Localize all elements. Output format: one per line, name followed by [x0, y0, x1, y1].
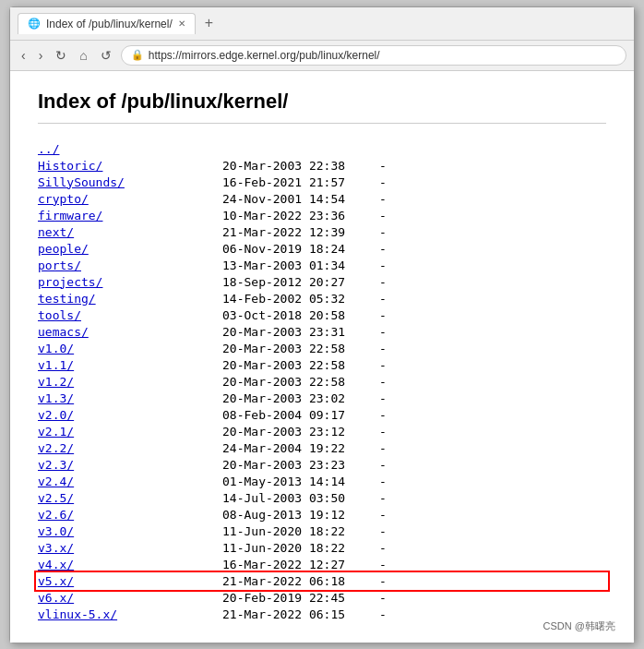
- file-date: 20-Mar-2003 22:58: [222, 342, 370, 355]
- file-link[interactable]: v2.5/: [38, 491, 204, 505]
- file-date: 01-May-2013 14:14: [222, 475, 370, 488]
- url-display: https://mirrors.edge.kernel.org/pub/linu…: [149, 49, 616, 62]
- file-link[interactable]: uemacs/: [38, 325, 204, 339]
- file-date: 08-Aug-2013 19:12: [222, 508, 370, 522]
- file-link[interactable]: v2.6/: [38, 508, 204, 522]
- file-date: 24-Mar-2004 19:22: [222, 441, 370, 455]
- file-date: 08-Feb-2004 09:17: [222, 408, 370, 422]
- page-title: Index of /pub/linux/kernel/: [38, 90, 606, 124]
- file-date: 21-Mar-2022 12:39: [222, 225, 370, 239]
- file-size: -: [379, 159, 387, 173]
- file-link[interactable]: v3.x/: [38, 541, 204, 555]
- list-item: v2.1/20-Mar-2003 23:12-: [38, 425, 606, 439]
- file-link[interactable]: next/: [38, 225, 204, 239]
- list-item: v1.1/20-Mar-2003 22:58-: [38, 358, 606, 372]
- nav-bar: ‹ › ↻ ⌂ ↺ 🔒 https://mirrors.edge.kernel.…: [10, 41, 634, 71]
- file-link[interactable]: ../: [38, 142, 204, 156]
- file-link[interactable]: v3.0/: [38, 524, 204, 538]
- file-link[interactable]: people/: [38, 242, 204, 256]
- tab-close-button[interactable]: ✕: [178, 18, 185, 29]
- file-link[interactable]: v4.x/: [38, 558, 204, 571]
- history-button[interactable]: ↺: [97, 46, 115, 65]
- file-size: -: [379, 308, 387, 322]
- file-date: 20-Mar-2003 23:31: [222, 325, 370, 339]
- file-link[interactable]: projects/: [38, 275, 204, 289]
- file-size: -: [379, 258, 387, 272]
- file-link[interactable]: SillySounds/: [38, 175, 204, 189]
- file-size: -: [379, 242, 387, 256]
- new-tab-button[interactable]: +: [201, 15, 217, 31]
- file-link[interactable]: ports/: [38, 258, 204, 272]
- list-item: Historic/20-Mar-2003 22:38-: [38, 159, 606, 173]
- file-date: 21-Mar-2022 06:15: [222, 607, 370, 621]
- list-item: SillySounds/16-Feb-2021 21:57-: [38, 175, 606, 189]
- back-button[interactable]: ‹: [18, 46, 30, 65]
- list-item: v1.2/20-Mar-2003 22:58-: [38, 375, 606, 389]
- file-date: 20-Mar-2003 23:02: [222, 391, 370, 405]
- file-date: 18-Sep-2012 20:27: [222, 275, 370, 289]
- address-bar[interactable]: 🔒 https://mirrors.edge.kernel.org/pub/li…: [121, 45, 626, 66]
- file-link[interactable]: v2.4/: [38, 475, 204, 488]
- security-icon: 🔒: [131, 49, 144, 61]
- file-link[interactable]: v2.0/: [38, 408, 204, 422]
- file-size: -: [379, 342, 387, 355]
- list-item: next/21-Mar-2022 12:39-: [38, 225, 606, 239]
- list-item: crypto/24-Nov-2001 14:54-: [38, 192, 606, 206]
- file-link[interactable]: v1.1/: [38, 358, 204, 372]
- file-size: -: [379, 425, 387, 439]
- file-date: 24-Nov-2001 14:54: [222, 192, 370, 206]
- file-size: -: [379, 325, 387, 339]
- file-date: 20-Mar-2003 22:58: [222, 358, 370, 372]
- file-date: 20-Mar-2003 22:58: [222, 375, 370, 389]
- list-item: v2.6/08-Aug-2013 19:12-: [38, 508, 606, 522]
- file-size: -: [379, 408, 387, 422]
- list-item: ports/13-Mar-2003 01:34-: [38, 258, 606, 272]
- file-link[interactable]: vlinux-5.x/: [38, 607, 204, 621]
- home-button[interactable]: ⌂: [76, 46, 90, 65]
- file-link[interactable]: crypto/: [38, 192, 204, 206]
- file-size: -: [379, 508, 387, 522]
- file-link[interactable]: v2.2/: [38, 441, 204, 455]
- file-link[interactable]: v2.1/: [38, 425, 204, 439]
- list-item: projects/18-Sep-2012 20:27-: [38, 275, 606, 289]
- file-link[interactable]: firmware/: [38, 209, 204, 222]
- tab-icon: 🌐: [28, 18, 41, 30]
- file-size: -: [379, 209, 387, 222]
- list-item: v3.x/11-Jun-2020 18:22-: [38, 541, 606, 555]
- list-item: v3.0/11-Jun-2020 18:22-: [38, 524, 606, 538]
- file-date: 20-Mar-2003 23:23: [222, 458, 370, 472]
- file-link[interactable]: v2.3/: [38, 458, 204, 472]
- file-link[interactable]: v1.3/: [38, 391, 204, 405]
- list-item: v2.4/01-May-2013 14:14-: [38, 475, 606, 488]
- file-size: -: [379, 491, 387, 505]
- list-item: firmware/10-Mar-2022 23:36-: [38, 209, 606, 222]
- file-link[interactable]: testing/: [38, 292, 204, 306]
- file-size: -: [379, 607, 387, 621]
- list-item: vlinux-5.x/21-Mar-2022 06:15-: [38, 607, 606, 621]
- file-date: 11-Jun-2020 18:22: [222, 541, 370, 555]
- file-link[interactable]: tools/: [38, 308, 204, 322]
- browser-window: 🌐 Index of /pub/linux/kernel/ ✕ + ‹ › ↻ …: [9, 6, 635, 643]
- file-date: 03-Oct-2018 20:58: [222, 308, 370, 322]
- file-size: -: [379, 475, 387, 488]
- file-link[interactable]: v6.x/: [38, 591, 204, 605]
- list-item: uemacs/20-Mar-2003 23:31-: [38, 325, 606, 339]
- file-link[interactable]: v1.0/: [38, 342, 204, 355]
- list-item: v2.0/08-Feb-2004 09:17-: [38, 408, 606, 422]
- tab-title: Index of /pub/linux/kernel/: [46, 18, 173, 30]
- list-item: testing/14-Feb-2002 05:32-: [38, 292, 606, 306]
- file-link[interactable]: v5.x/: [38, 574, 204, 588]
- list-item: v4.x/16-Mar-2022 12:27-: [38, 558, 606, 571]
- browser-tab[interactable]: 🌐 Index of /pub/linux/kernel/ ✕: [18, 13, 196, 34]
- forward-button[interactable]: ›: [35, 46, 47, 65]
- file-link[interactable]: v1.2/: [38, 375, 204, 389]
- file-size: -: [379, 292, 387, 306]
- file-date: 13-Mar-2003 01:34: [222, 258, 370, 272]
- reload-button[interactable]: ↻: [52, 46, 70, 65]
- file-date: 16-Mar-2022 12:27: [222, 558, 370, 571]
- list-item: tools/03-Oct-2018 20:58-: [38, 308, 606, 322]
- file-date: 20-Feb-2019 22:45: [222, 591, 370, 605]
- list-item: v1.0/20-Mar-2003 22:58-: [38, 342, 606, 355]
- file-link[interactable]: Historic/: [38, 159, 204, 173]
- file-size: -: [379, 558, 387, 571]
